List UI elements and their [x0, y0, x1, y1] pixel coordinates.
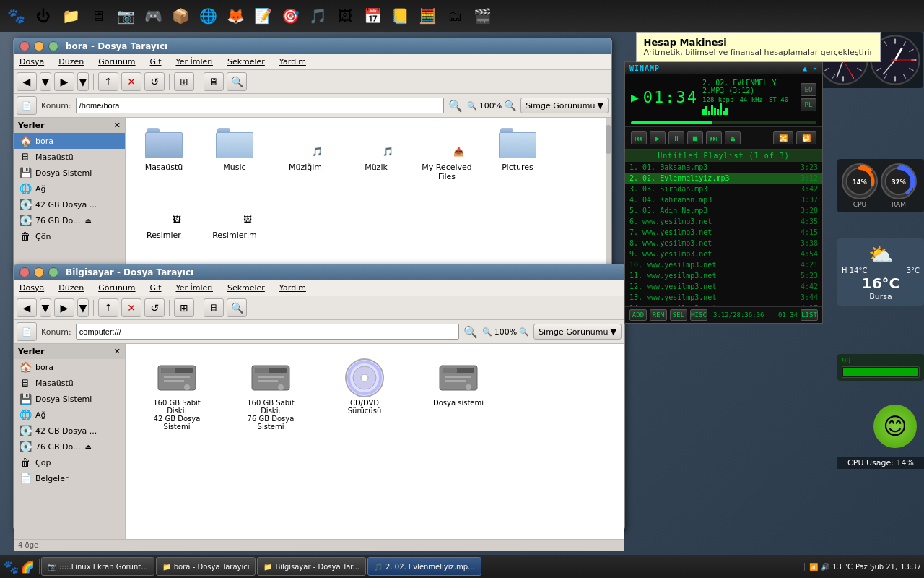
window1-max-btn[interactable]: [48, 41, 58, 51]
playlist-item-12[interactable]: 12. www.yesilmp3.net 4:42: [625, 281, 822, 292]
window2-max-btn[interactable]: [48, 267, 58, 277]
file-icon-resimlerim[interactable]: 🖼 Resimlerim: [202, 191, 267, 244]
taskbar-logo-icon[interactable]: 🐾: [3, 559, 19, 574]
chrome-icon[interactable]: 🌐: [195, 3, 221, 29]
playlist-item-11[interactable]: 11. www.yesilmp3.net 5:23: [625, 270, 822, 281]
stop-btn[interactable]: ✕: [121, 72, 141, 91]
sidebar1-item-42gb[interactable]: 💽 42 GB Dosya ...: [14, 197, 125, 212]
sidebar1-item-network[interactable]: 🌐 Ağ: [14, 181, 125, 197]
playlist-item-4[interactable]: 4. 04. Kahraman.mp3 3:37: [625, 194, 822, 205]
playlist-item-9[interactable]: 9. www.yesilmp3.net 4:54: [625, 249, 822, 259]
forward-dropdown-btn[interactable]: ▼: [77, 72, 89, 91]
sidebar2-eject-icon[interactable]: ⏏: [85, 443, 92, 451]
playlist-list[interactable]: 1. 01. Baksana.mp3 3:23 2. 02. Evlenmeli…: [625, 162, 822, 306]
playlist-item-14[interactable]: 14. www.yesilmp3.net 4:17: [625, 303, 822, 306]
playlist-item-2[interactable]: 2. 02. Evlenmeliyiz.mp3 3:12: [625, 173, 822, 184]
sidebar2-item-filesystem[interactable]: 💾 Dosya Sistemi: [14, 391, 125, 407]
winamp-shade-btn[interactable]: ▲ ✕: [803, 64, 818, 72]
screenshot-icon[interactable]: 📷: [113, 3, 139, 29]
stop2-btn[interactable]: ✕: [121, 298, 141, 317]
menu2-file[interactable]: Dosya: [17, 282, 47, 294]
taskbar-btn-screenshot[interactable]: 📷 ::::.Linux Ekran Görünt...: [41, 557, 154, 576]
sidebar1-item-76gb[interactable]: 💽 76 GB Do... ⏏: [14, 212, 125, 228]
location2-input[interactable]: [76, 324, 459, 340]
winamp-progress-bar[interactable]: [631, 121, 816, 124]
taskbar-menu-icon[interactable]: 🌈: [20, 560, 35, 574]
winamp-prev-btn[interactable]: ⏮: [631, 131, 647, 144]
file-icon-muzik[interactable]: 🎵 Müzik: [344, 124, 409, 186]
taskbar-btn-filemanager2[interactable]: 📁 Bilgisayar - Dosya Tar...: [257, 557, 366, 576]
winamp-stop-btn[interactable]: ⏹: [687, 131, 703, 144]
playlist-add-btn[interactable]: ADD: [629, 309, 647, 321]
window2-file-area[interactable]: 160 GB Sabit Diski:42 GB DosyaSistemi: [126, 344, 624, 539]
computer-btn[interactable]: 🖥: [204, 72, 224, 91]
file-icon-cdrom[interactable]: CD/DVD Sürücüsü: [325, 355, 404, 435]
winamp-pause-btn[interactable]: ⏸: [668, 131, 684, 144]
playlist-item-6[interactable]: 6. www.yesilmp3.net 4:35: [625, 216, 822, 227]
view2-btn[interactable]: Simge Görünümü ▼: [533, 324, 622, 340]
window1-min-btn[interactable]: [34, 41, 44, 51]
window2-titlebar[interactable]: Bilgisayar - Dosya Tarayıcı: [14, 264, 624, 280]
menu1-bookmarks[interactable]: Yer İmleri: [173, 56, 215, 68]
menu2-bookmarks[interactable]: Yer İmleri: [173, 282, 215, 294]
location1-input[interactable]: [76, 98, 444, 113]
forward2-dropdown-btn[interactable]: ▼: [77, 298, 89, 317]
photos-icon[interactable]: 🖼: [332, 3, 358, 29]
forward2-btn[interactable]: ▶: [54, 298, 74, 317]
winamp-pl-btn[interactable]: PL: [801, 98, 816, 111]
menu1-file[interactable]: Dosya: [17, 56, 47, 68]
files-icon[interactable]: 🗂: [442, 3, 468, 29]
back2-btn[interactable]: ◀: [17, 298, 37, 317]
location-icon-btn[interactable]: 📄: [17, 96, 37, 115]
playlist-item-10[interactable]: 10. www.yesilmp3.net 4:21: [625, 259, 822, 270]
zoom1-minus-icon[interactable]: 🔍: [467, 101, 477, 111]
winamp-seekbar[interactable]: [625, 119, 822, 126]
zoom2-minus-icon[interactable]: 🔍: [482, 327, 492, 337]
sidebar2-item-bora[interactable]: 🏠 bora: [14, 359, 125, 375]
taskbar-volume-icon[interactable]: 🔊: [821, 563, 829, 571]
sidebar2-item-trash[interactable]: 🗑 Çöp: [14, 454, 125, 470]
refresh-btn[interactable]: ↺: [144, 72, 165, 91]
view1-btn[interactable]: Simge Görünümü ▼: [520, 98, 609, 113]
sidebar1-item-filesystem[interactable]: 💾 Dosya Sistemi: [14, 165, 125, 181]
sidebar1-item-trash[interactable]: 🗑 Çön: [14, 228, 125, 244]
window1-file-area[interactable]: Masaüstü Music 🎵 Müziğim: [126, 118, 606, 268]
file-icon-masaustu[interactable]: Masaüstü: [131, 124, 196, 186]
location2-icon-btn[interactable]: 📄: [17, 322, 37, 341]
power-icon[interactable]: ⏻: [30, 3, 56, 29]
archive-icon[interactable]: 📦: [167, 3, 193, 29]
firefox-icon[interactable]: 🦊: [222, 3, 248, 29]
zoom1-plus-icon[interactable]: 🔍: [504, 100, 516, 111]
file-icon-resimler[interactable]: 🖼 Resimler: [131, 191, 196, 244]
menu2-help[interactable]: Yardım: [276, 282, 309, 294]
calendar-icon[interactable]: 📅: [359, 3, 385, 29]
playlist-item-7[interactable]: 7. www.yesilmp3.net 4:15: [625, 227, 822, 238]
taskbar-btn-filemanager1[interactable]: 📁 bora - Dosya Tarayıcı: [156, 557, 256, 576]
menu2-go[interactable]: Git: [147, 282, 165, 294]
search-btn[interactable]: 🔍: [227, 72, 247, 91]
sidebar1-eject-icon[interactable]: ⏏: [85, 217, 92, 225]
media2-icon[interactable]: 🎬: [469, 3, 495, 29]
sidebar1-item-bora[interactable]: 🏠 bora: [14, 133, 125, 149]
playlist-item-5[interactable]: 5. 05. Adın Ne.mp3 3:28: [625, 205, 822, 216]
menu1-edit[interactable]: Düzen: [56, 56, 87, 68]
playlist-list-btn[interactable]: LIST: [801, 309, 818, 321]
playlist-item-13[interactable]: 13. www.yesilmp3.net 3:44: [625, 292, 822, 303]
file-icon-disk2[interactable]: 160 GB Sabit Diski:76 GB DosyaSistemi: [231, 355, 310, 435]
winamp-titlebar[interactable]: WINAMP ▲ ✕: [625, 62, 822, 74]
winamp-shuffle-btn[interactable]: 🔀: [773, 131, 793, 144]
winamp-repeat-btn[interactable]: 🔁: [796, 131, 816, 144]
playlist-sel-btn[interactable]: SEL: [670, 309, 687, 321]
menu1-help[interactable]: Yardım: [276, 56, 309, 68]
sidebar1-item-desktop[interactable]: 🖥 Masaüstü: [14, 149, 125, 165]
sidebar1-close-icon[interactable]: ✕: [114, 121, 121, 130]
up2-btn[interactable]: ↑: [98, 298, 118, 317]
up-btn[interactable]: ↑: [98, 72, 118, 91]
sidebar2-item-network[interactable]: 🌐 Ağ: [14, 407, 125, 423]
forward-btn[interactable]: ▶: [54, 72, 74, 91]
playlist-item-1[interactable]: 1. 01. Baksana.mp3 3:23: [625, 162, 822, 173]
playlist-item-3[interactable]: 3. 03. Sıradan.mp3 3:42: [625, 184, 822, 194]
menu1-go[interactable]: Git: [147, 56, 165, 68]
refresh2-btn[interactable]: ↺: [144, 298, 165, 317]
window1-close-btn[interactable]: [19, 41, 30, 51]
